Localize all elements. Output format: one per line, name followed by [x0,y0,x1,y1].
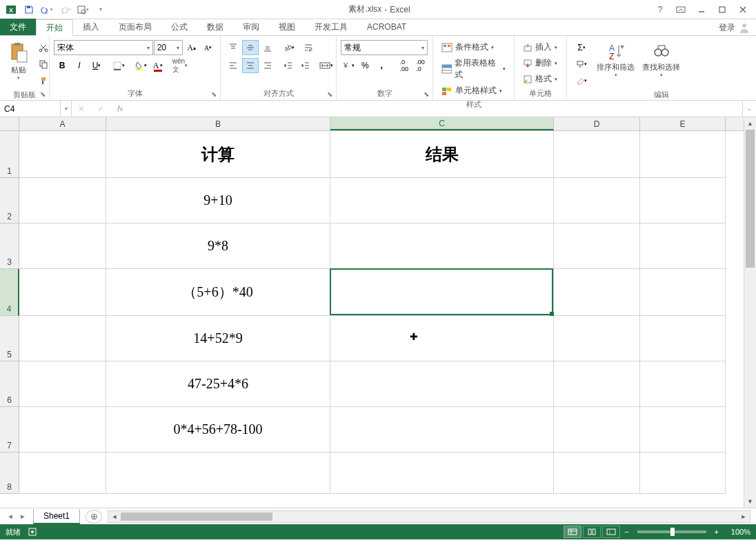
zoom-in-button[interactable]: + [715,528,719,536]
cell-A5[interactable] [19,316,106,361]
new-sheet-button[interactable]: ⊕ [86,510,102,524]
cell-E5[interactable] [640,316,726,361]
decrease-decimal-button[interactable]: .00.0 [412,58,428,73]
font-color-button[interactable]: A▾ [150,58,166,73]
redo-button[interactable]: ▾ [57,2,73,17]
autosum-button[interactable]: Σ▾ [571,40,592,55]
tab-file[interactable]: 文件 [0,19,36,35]
cell-D7[interactable] [554,407,640,452]
col-header-A[interactable]: A [19,117,106,130]
save-button[interactable] [21,2,37,17]
close-button[interactable] [733,1,753,18]
name-box-dropdown[interactable]: ▾ [61,101,72,117]
cell-A6[interactable] [19,361,106,407]
cell-E1[interactable] [640,131,726,178]
font-name-combo[interactable]: 宋体▾ [54,40,153,55]
enter-formula-button[interactable]: ✓ [91,101,110,117]
row-header-8[interactable]: 8 [0,452,19,494]
increase-indent-button[interactable] [297,58,314,73]
cell-D3[interactable] [554,223,640,269]
qat-customize[interactable]: ▾ [92,2,109,17]
cell-E3[interactable] [640,223,726,269]
row-header-7[interactable]: 7 [0,407,19,452]
bold-button[interactable]: B [54,58,70,73]
italic-button[interactable]: I [71,58,88,73]
sheet-nav-prev[interactable]: ◄ [4,510,17,523]
zoom-level[interactable]: 100% [723,528,750,536]
cell-B1[interactable]: 计算 [106,131,330,178]
font-launcher[interactable]: ⬊ [209,89,219,99]
align-right-button[interactable] [259,58,276,73]
col-header-C[interactable]: C [330,117,554,130]
cell-D2[interactable] [554,178,640,223]
tab-开始[interactable]: 开始 [36,19,73,36]
orientation-button[interactable]: ab▾ [280,40,297,55]
number-launcher[interactable]: ⬊ [421,89,431,99]
spreadsheet-grid[interactable]: ABCDE 12345678 计算9+109*8（5+6）*4014+52*94… [0,117,756,508]
decrease-indent-button[interactable] [280,58,297,73]
view-page-layout-button[interactable] [583,526,601,538]
paste-button[interactable]: 粘贴 ▾ [4,40,33,82]
col-header-D[interactable]: D [554,117,640,130]
tab-开发工具[interactable]: 开发工具 [305,19,357,35]
vertical-scrollbar[interactable]: ▲ ▼ [744,117,756,508]
scroll-right-button[interactable]: ► [737,511,750,522]
cell-B4[interactable]: （5+6）*40 [106,269,330,316]
underline-button[interactable]: U▾ [88,58,105,73]
scroll-up-button[interactable]: ▲ [744,117,756,130]
cell-B3[interactable]: 9*8 [106,223,330,269]
expand-formula-bar-button[interactable]: ⌄ [742,101,756,117]
excel-icon[interactable]: X [3,2,19,17]
delete-cells-button[interactable]: 删除▾ [519,56,561,70]
cell-C4[interactable] [330,269,554,316]
horizontal-scrollbar[interactable]: ◄ ► [108,510,750,523]
cell-C2[interactable] [330,178,554,223]
comma-button[interactable]: , [374,58,390,73]
col-header-B[interactable]: B [106,117,330,130]
cell-D1[interactable] [554,131,640,178]
cell-A8[interactable] [19,452,106,494]
clear-button[interactable]: ▾ [571,73,592,88]
view-normal-button[interactable] [564,526,581,538]
col-header-E[interactable]: E [640,117,726,130]
format-cells-button[interactable]: 格式▾ [519,72,561,86]
undo-button[interactable]: ▾ [39,2,55,17]
print-preview-button[interactable]: ▾ [74,2,91,17]
shrink-font-button[interactable]: A▾ [200,40,216,55]
fill-color-button[interactable]: ▾ [132,58,149,73]
cell-C3[interactable] [330,223,554,269]
cell-E2[interactable] [640,178,726,223]
clipboard-launcher[interactable]: ⬊ [38,89,48,99]
find-select-button[interactable]: 查找和选择▾ [639,40,683,79]
cell-C7[interactable] [330,407,554,452]
vscroll-thumb[interactable] [746,130,755,268]
row-header-6[interactable]: 6 [0,361,19,407]
align-top-button[interactable] [225,40,241,55]
cell-A4[interactable] [19,269,106,316]
help-button[interactable]: ? [650,1,670,18]
cell-A2[interactable] [19,178,106,223]
increase-decimal-button[interactable]: .0.00 [396,58,412,73]
row-header-5[interactable]: 5 [0,316,19,361]
accounting-format-button[interactable]: ¥▾ [341,58,357,73]
cell-B8[interactable] [106,452,330,494]
row-header-4[interactable]: 4 [0,269,19,316]
tab-ACROBAT[interactable]: ACROBAT [357,19,416,35]
font-size-combo[interactable]: 20▾ [154,40,183,55]
align-center-button[interactable] [242,58,259,73]
percent-button[interactable]: % [357,58,373,73]
cell-D8[interactable] [554,452,640,494]
cell-A7[interactable] [19,407,106,452]
cell-B7[interactable]: 0*4+56+78-100 [106,407,330,452]
cell-C1[interactable]: 结果 [330,131,554,178]
cell-A3[interactable] [19,223,106,269]
sheet-tab-active[interactable]: Sheet1 [33,509,80,524]
minimize-button[interactable] [691,1,712,18]
tab-页面布局[interactable]: 页面布局 [109,19,161,35]
cell-E7[interactable] [640,407,726,452]
cell-B2[interactable]: 9+10 [106,178,330,223]
align-bottom-button[interactable] [259,40,276,55]
cell-D6[interactable] [554,361,640,407]
number-format-combo[interactable]: 常规▾ [341,40,428,55]
tab-数据[interactable]: 数据 [197,19,233,35]
